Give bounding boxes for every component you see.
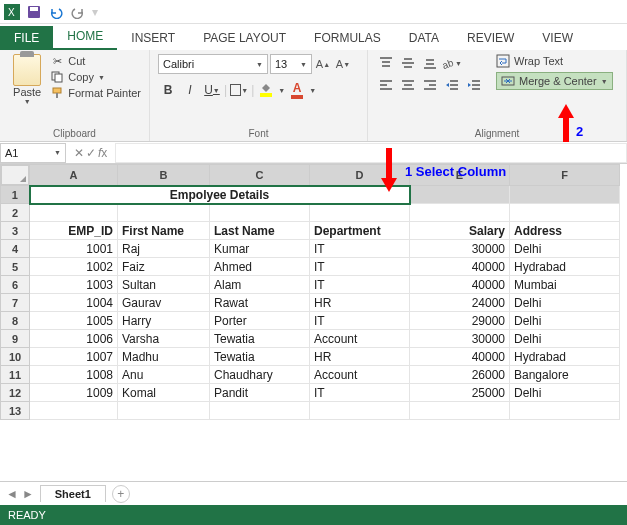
cell[interactable]: Delhi	[510, 384, 620, 402]
cell[interactable]: HR	[310, 294, 410, 312]
cell[interactable]: Account	[310, 366, 410, 384]
cell[interactable]: Department	[310, 222, 410, 240]
sheet-tab-1[interactable]: Sheet1	[40, 485, 106, 502]
row-header-7[interactable]: 7	[1, 294, 30, 312]
col-header-d[interactable]: D	[310, 165, 410, 186]
cell[interactable]: Tewatia	[210, 348, 310, 366]
cell[interactable]	[410, 402, 510, 420]
cell[interactable]	[210, 402, 310, 420]
tab-view[interactable]: VIEW	[528, 26, 587, 50]
cell[interactable]	[410, 186, 510, 204]
cell[interactable]: 1007	[30, 348, 118, 366]
align-left-icon[interactable]	[376, 76, 396, 94]
cell[interactable]	[210, 204, 310, 222]
cell[interactable]: 25000	[410, 384, 510, 402]
cell[interactable]: 29000	[410, 312, 510, 330]
cell[interactable]: IT	[310, 240, 410, 258]
col-header-e[interactable]: E	[410, 165, 510, 186]
cell[interactable]: Gaurav	[118, 294, 210, 312]
cell[interactable]: Harry	[118, 312, 210, 330]
cell[interactable]: Account	[310, 330, 410, 348]
cell[interactable]: Last Name	[210, 222, 310, 240]
col-header-f[interactable]: F	[510, 165, 620, 186]
cell[interactable]	[310, 402, 410, 420]
align-right-icon[interactable]	[420, 76, 440, 94]
cell[interactable]: First Name	[118, 222, 210, 240]
row-header-10[interactable]: 10	[1, 348, 30, 366]
cell[interactable]: IT	[310, 276, 410, 294]
tab-page-layout[interactable]: PAGE LAYOUT	[189, 26, 300, 50]
cell[interactable]: Madhu	[118, 348, 210, 366]
cell[interactable]: 40000	[410, 348, 510, 366]
cell[interactable]: Ahmed	[210, 258, 310, 276]
tab-file[interactable]: FILE	[0, 26, 53, 50]
save-icon[interactable]	[26, 4, 42, 20]
cell[interactable]	[310, 204, 410, 222]
borders-button[interactable]: ▼	[229, 80, 249, 100]
cell[interactable]: 1006	[30, 330, 118, 348]
row-header-3[interactable]: 3	[1, 222, 30, 240]
merged-title-cell[interactable]: Empolyee Details	[30, 186, 410, 204]
row-header-1[interactable]: 1	[1, 186, 30, 204]
increase-font-icon[interactable]: A▲	[314, 54, 332, 74]
merge-center-button[interactable]: Merge & Center ▼	[496, 72, 613, 90]
cell[interactable]: Sultan	[118, 276, 210, 294]
col-header-c[interactable]: C	[210, 165, 310, 186]
redo-icon[interactable]	[70, 4, 86, 20]
row-header-9[interactable]: 9	[1, 330, 30, 348]
cell[interactable]	[30, 402, 118, 420]
align-middle-icon[interactable]	[398, 54, 418, 72]
row-header-2[interactable]: 2	[1, 204, 30, 222]
cell[interactable]: 26000	[410, 366, 510, 384]
cell[interactable]: Alam	[210, 276, 310, 294]
copy-button[interactable]: Copy ▼	[50, 70, 141, 84]
cell[interactable]: Bangalore	[510, 366, 620, 384]
cell[interactable]: 1002	[30, 258, 118, 276]
cut-button[interactable]: ✂Cut	[50, 54, 141, 68]
cell[interactable]: IT	[310, 312, 410, 330]
cell[interactable]: Faiz	[118, 258, 210, 276]
cell[interactable]	[118, 402, 210, 420]
cell[interactable]: Anu	[118, 366, 210, 384]
cell[interactable]: 40000	[410, 258, 510, 276]
row-header-12[interactable]: 12	[1, 384, 30, 402]
fill-color-button[interactable]	[256, 80, 276, 100]
cell[interactable]: Varsha	[118, 330, 210, 348]
row-header-11[interactable]: 11	[1, 366, 30, 384]
cell[interactable]: Delhi	[510, 312, 620, 330]
sheet-nav-prev-icon[interactable]: ◄	[6, 487, 18, 501]
cell[interactable]: HR	[310, 348, 410, 366]
undo-icon[interactable]	[48, 4, 64, 20]
cell[interactable]: Address	[510, 222, 620, 240]
cell[interactable]	[410, 204, 510, 222]
cell[interactable]: 40000	[410, 276, 510, 294]
cell[interactable]: 1001	[30, 240, 118, 258]
paste-button[interactable]: Paste ▼	[8, 54, 46, 126]
cell[interactable]: 24000	[410, 294, 510, 312]
font-size-combo[interactable]: 13▼	[270, 54, 312, 74]
cell[interactable]: Pandit	[210, 384, 310, 402]
align-bottom-icon[interactable]	[420, 54, 440, 72]
col-header-a[interactable]: A	[30, 165, 118, 186]
cell[interactable]: 1005	[30, 312, 118, 330]
underline-button[interactable]: U▼	[202, 80, 222, 100]
font-color-button[interactable]: A	[287, 80, 307, 100]
cell[interactable]: Kumar	[210, 240, 310, 258]
cell[interactable]: 1009	[30, 384, 118, 402]
align-center-icon[interactable]	[398, 76, 418, 94]
tab-insert[interactable]: INSERT	[117, 26, 189, 50]
cell[interactable]: Chaudhary	[210, 366, 310, 384]
cell[interactable]: 30000	[410, 240, 510, 258]
cell[interactable]: Hydrabad	[510, 348, 620, 366]
tab-home[interactable]: HOME	[53, 24, 117, 50]
tab-formulas[interactable]: FORMULAS	[300, 26, 395, 50]
row-header-6[interactable]: 6	[1, 276, 30, 294]
cancel-icon[interactable]: ✕	[74, 146, 84, 160]
cell[interactable]: 1003	[30, 276, 118, 294]
cell[interactable]: Hydrabad	[510, 258, 620, 276]
name-box[interactable]: A1▼	[0, 143, 66, 163]
cell[interactable]: 1008	[30, 366, 118, 384]
cell[interactable]: Porter	[210, 312, 310, 330]
cell[interactable]: Delhi	[510, 240, 620, 258]
decrease-font-icon[interactable]: A▼	[334, 54, 352, 74]
